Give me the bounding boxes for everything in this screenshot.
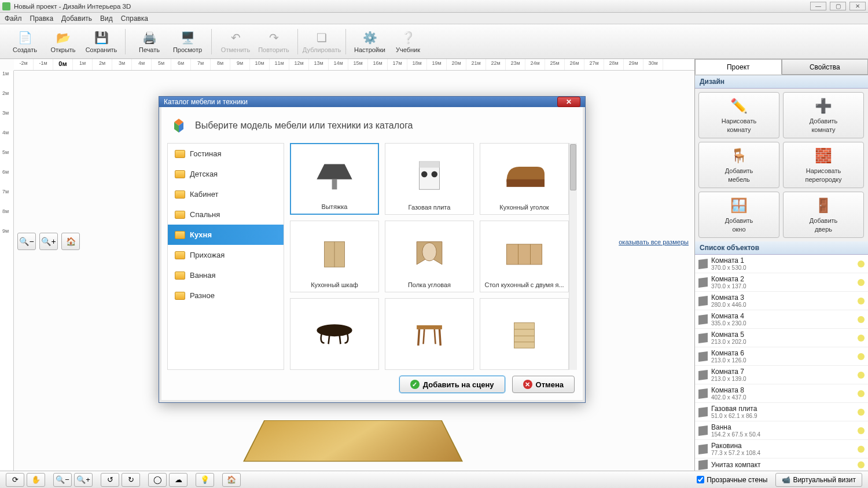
furniture-item[interactable]: [290, 298, 379, 370]
item-thumbnail: [308, 223, 361, 280]
folder-icon: [175, 292, 185, 300]
item-label: Стол кухонный с двумя я...: [483, 280, 566, 289]
svg-line-19: [424, 329, 425, 344]
category-label: Гостиная: [190, 149, 222, 158]
item-label: [483, 365, 566, 367]
items-scrollbar[interactable]: [569, 143, 577, 370]
furniture-item[interactable]: Кухонный шкаф: [290, 221, 379, 292]
svg-point-6: [421, 171, 428, 178]
cancel-button[interactable]: ✕ Отмена: [512, 376, 575, 393]
catalog-icon: [170, 116, 188, 135]
category-Разное[interactable]: Разное: [168, 285, 284, 306]
dialog-titlebar[interactable]: Каталог мебели и техники ✕: [159, 97, 585, 107]
svg-rect-21: [514, 323, 535, 348]
dialog-headline: Выберите модель мебели или техники из ка…: [195, 120, 413, 131]
folder-icon: [175, 190, 185, 199]
item-thumbnail: [403, 223, 455, 280]
svg-point-11: [422, 243, 437, 261]
folder-icon: [175, 150, 185, 158]
dialog-close-button[interactable]: ✕: [557, 97, 580, 107]
folder-icon: [175, 211, 185, 219]
category-Ванная[interactable]: Ванная: [168, 265, 284, 285]
item-label: Газовая плита: [388, 203, 471, 212]
add-to-scene-label: Добавить на сцену: [423, 380, 494, 389]
category-label: Разное: [190, 291, 215, 300]
item-thumbnail: [498, 301, 550, 365]
furniture-item[interactable]: [480, 298, 569, 370]
svg-rect-5: [420, 162, 440, 168]
furniture-item[interactable]: Вытяжка: [290, 143, 379, 215]
modal-overlay: Каталог мебели и техники ✕ Выберите моде…: [0, 0, 868, 488]
category-Спальня[interactable]: Спальня: [168, 204, 284, 225]
items-grid[interactable]: ВытяжкаГазовая плитаКухонный уголокКухон…: [290, 143, 577, 370]
add-to-scene-button[interactable]: ✓ Добавить на сцену: [399, 376, 505, 393]
cancel-icon: ✕: [523, 380, 532, 389]
folder-icon: [175, 251, 185, 259]
svg-rect-16: [417, 325, 442, 329]
item-thumbnail: [498, 146, 550, 203]
svg-rect-3: [332, 179, 337, 190]
folder-icon: [175, 231, 185, 239]
furniture-item[interactable]: [385, 298, 474, 370]
item-thumbnail: [403, 301, 455, 365]
category-Прихожая[interactable]: Прихожая: [168, 245, 284, 265]
item-label: Вытяжка: [293, 202, 376, 211]
item-thumbnail: [308, 146, 361, 202]
item-label: Кухонный уголок: [483, 203, 566, 212]
svg-line-18: [440, 329, 441, 346]
item-label: Кухонный шкаф: [293, 280, 376, 289]
ok-icon: ✓: [410, 380, 420, 389]
furniture-item[interactable]: Кухонный уголок: [480, 143, 569, 215]
svg-rect-8: [506, 179, 545, 187]
furniture-item[interactable]: Полка угловая: [385, 221, 474, 292]
furniture-item[interactable]: Стол кухонный с двумя я...: [480, 221, 569, 292]
item-thumbnail: [498, 223, 550, 280]
item-thumbnail: [308, 301, 361, 365]
svg-rect-12: [506, 244, 542, 265]
category-label: Детская: [190, 170, 218, 178]
item-label: [388, 365, 471, 367]
category-list[interactable]: ГостинаяДетскаяКабинетСпальняКухняПрихож…: [167, 143, 284, 370]
svg-point-7: [432, 171, 438, 178]
svg-line-20: [435, 329, 436, 344]
category-Детская[interactable]: Детская: [168, 164, 284, 184]
category-label: Кабинет: [190, 190, 218, 199]
category-label: Прихожая: [190, 251, 225, 259]
furniture-item[interactable]: Газовая плита: [385, 143, 474, 215]
category-Кабинет[interactable]: Кабинет: [168, 184, 284, 204]
category-label: Спальня: [190, 210, 220, 219]
category-label: Кухня: [190, 230, 212, 239]
catalog-dialog: Каталог мебели и техники ✕ Выберите моде…: [159, 96, 586, 403]
svg-line-17: [418, 329, 420, 346]
item-label: [293, 365, 376, 367]
cancel-label: Отмена: [536, 380, 564, 389]
category-label: Ванная: [190, 271, 216, 280]
category-Кухня[interactable]: Кухня: [168, 225, 284, 245]
folder-icon: [175, 170, 185, 178]
item-label: Полка угловая: [388, 280, 471, 289]
folder-icon: [175, 271, 185, 280]
item-thumbnail: [403, 146, 455, 203]
category-Гостиная[interactable]: Гостиная: [168, 144, 284, 164]
dialog-title: Каталог мебели и техники: [164, 98, 248, 106]
